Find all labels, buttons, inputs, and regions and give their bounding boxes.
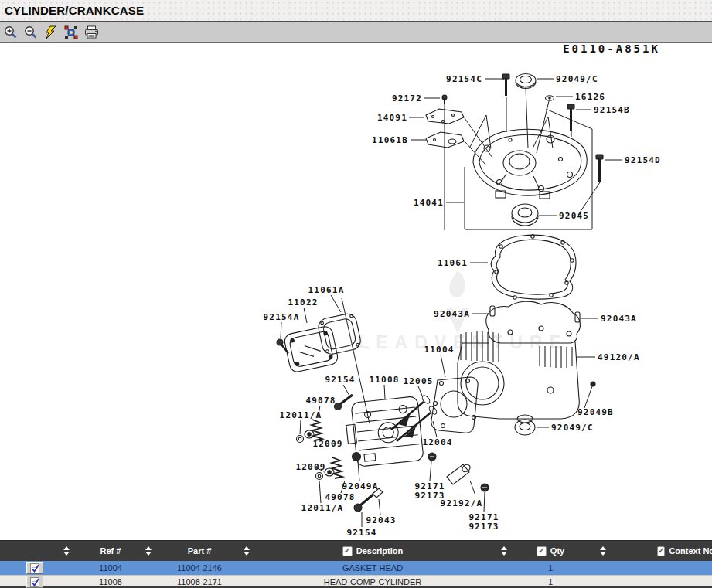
part-label-12009[interactable]: 12009 xyxy=(295,462,325,472)
part-label-11022[interactable]: 11022 xyxy=(288,297,318,308)
part-label-12009[interactable]: 12009 xyxy=(312,439,342,449)
part-label-12004[interactable]: 12004 xyxy=(422,437,452,447)
row-icon-cell xyxy=(0,576,87,588)
seal-92049C-top-shape xyxy=(516,74,536,89)
column-ref-header[interactable]: Ref # xyxy=(87,541,135,561)
row-icon-cell xyxy=(0,561,87,575)
bolt-92154B-shape xyxy=(567,104,574,131)
part-label-92049B[interactable]: 92049B xyxy=(577,407,614,417)
table-row[interactable]: 11004 11004-2146 GASKET-HEAD 1 xyxy=(0,561,712,576)
table-row[interactable]: 11008 11008-2171 HEAD-COMP-CYLINDER 1 xyxy=(0,576,712,588)
part-label-92173[interactable]: 92173 xyxy=(468,522,499,532)
part-label-14091[interactable]: 14091 xyxy=(377,113,407,123)
part-label-92049C[interactable]: 92049/C xyxy=(556,74,598,84)
part-label-92154C[interactable]: 92154C xyxy=(446,74,482,84)
part-label-92154D[interactable]: 92154D xyxy=(625,155,661,165)
bolt-92154-top-shape xyxy=(335,395,353,410)
leader-line xyxy=(379,499,380,515)
bolt-92154D-shape xyxy=(596,155,603,182)
part-label-92049C[interactable]: 92049/C xyxy=(551,423,594,433)
gasket-11061-shape xyxy=(491,235,576,299)
note-button[interactable] xyxy=(26,576,43,588)
ref-cell: 11004 xyxy=(87,561,135,575)
leader-line xyxy=(418,386,422,396)
pushrod-92192A-shape xyxy=(447,463,472,484)
page-title: CYLINDER/CRANKCASE xyxy=(5,4,144,17)
plug-92049B-shape xyxy=(591,382,595,386)
part-label-12011A[interactable]: 12011/A xyxy=(280,410,322,420)
part-label-92154B[interactable]: 92154B xyxy=(594,105,630,115)
ref-cell: 11008 xyxy=(87,576,135,588)
watermark-logo xyxy=(446,270,469,334)
sort-icon[interactable] xyxy=(600,546,606,556)
seal-92049C-bottom-shape xyxy=(515,420,535,435)
part-label-12011A[interactable]: 12011/A xyxy=(301,503,344,513)
leader-line xyxy=(546,109,592,129)
part-label-92172[interactable]: 92172 xyxy=(392,93,422,104)
description-checkbox[interactable]: ✓ xyxy=(342,546,353,556)
note-button[interactable] xyxy=(26,562,43,574)
zoom-out-button[interactable] xyxy=(23,25,39,39)
column-qty-header[interactable]: ✓ Qty xyxy=(520,541,581,561)
part-label-92154[interactable]: 92154 xyxy=(346,528,376,538)
part-label-92192A[interactable]: 92192/A xyxy=(441,498,483,508)
part-label-49078[interactable]: 49078 xyxy=(325,492,355,502)
column-icon-header[interactable] xyxy=(0,541,87,561)
part-label-11008[interactable]: 11008 xyxy=(369,375,399,385)
part-label-92043A[interactable]: 92043A xyxy=(601,314,637,324)
part-label-11061A[interactable]: 11061A xyxy=(308,285,345,295)
column-ref-sort[interactable] xyxy=(135,541,162,561)
quick-view-button[interactable] xyxy=(43,25,59,39)
part-label-92043[interactable]: 92043 xyxy=(366,515,396,525)
bolt-92154C-shape xyxy=(502,74,509,96)
part-label-12005[interactable]: 12005 xyxy=(403,376,433,386)
hotspot-map-button[interactable] xyxy=(63,25,79,39)
part-label-92154[interactable]: 92154 xyxy=(325,375,355,385)
part-label-11061B[interactable]: 11061B xyxy=(372,135,408,145)
part-label-49120A[interactable]: 49120/A xyxy=(598,352,640,362)
diagram-canvas: 92154C92049/C921721612692154B1409111061B… xyxy=(0,43,712,540)
part-label-92043A[interactable]: 92043A xyxy=(434,309,470,319)
spring-49078-bottom-shape xyxy=(332,457,342,478)
column-context-header[interactable]: ✓ Context Notes xyxy=(625,541,712,561)
leader-line xyxy=(331,295,341,312)
sort-icon[interactable] xyxy=(145,546,152,556)
part-label-92045[interactable]: 92045 xyxy=(559,211,589,221)
qty-header-label: Qty xyxy=(550,546,564,556)
leader-line xyxy=(578,182,600,215)
parts-table-header: Ref # Part # ✓ Description ✓ Qty xyxy=(0,540,712,561)
qty-cell: 1 xyxy=(520,576,581,588)
leader-line xyxy=(484,492,485,512)
print-button[interactable] xyxy=(83,25,99,39)
parts-diagram[interactable]: 92154C92049/C921721612692154B1409111061B… xyxy=(0,43,712,540)
context-checkbox[interactable]: ✓ xyxy=(657,546,665,556)
leader-line xyxy=(465,141,486,165)
part-label-16126[interactable]: 16126 xyxy=(575,92,605,102)
leader-line xyxy=(469,115,486,148)
part-label-92049A[interactable]: 92049A xyxy=(342,481,379,491)
column-description-sort[interactable] xyxy=(489,541,520,561)
parts-catalog-window: CYLINDER/CRANKCASE xyxy=(0,0,712,588)
washer-12011A-bottom-shape xyxy=(316,473,323,480)
parts-table-body: 11004 11004-2146 GASKET-HEAD 1 11008 110… xyxy=(0,561,712,588)
washer-12011A-top-shape xyxy=(297,436,304,443)
column-description-header[interactable]: ✓ Description xyxy=(257,541,489,561)
diagram-toolbar xyxy=(0,22,712,43)
part-header-label: Part # xyxy=(188,546,212,556)
column-part-header[interactable]: Part # xyxy=(162,541,237,561)
printer-icon xyxy=(84,25,99,39)
column-qty-sort[interactable] xyxy=(581,541,625,561)
zoom-out-icon xyxy=(24,25,38,39)
column-part-sort[interactable] xyxy=(237,541,257,561)
part-label-92154A[interactable]: 92154A xyxy=(264,312,300,322)
zoom-in-button[interactable] xyxy=(3,25,19,39)
sort-icon[interactable] xyxy=(63,546,70,556)
sort-icon[interactable] xyxy=(501,546,507,556)
part-label-11061[interactable]: 11061 xyxy=(438,258,468,268)
part-label-14041[interactable]: 14041 xyxy=(414,198,444,208)
sort-icon[interactable] xyxy=(244,546,250,556)
leader-line xyxy=(441,355,445,377)
part-label-49078[interactable]: 49078 xyxy=(305,396,336,406)
context-note-cell xyxy=(625,576,712,588)
qty-checkbox[interactable]: ✓ xyxy=(537,546,547,556)
